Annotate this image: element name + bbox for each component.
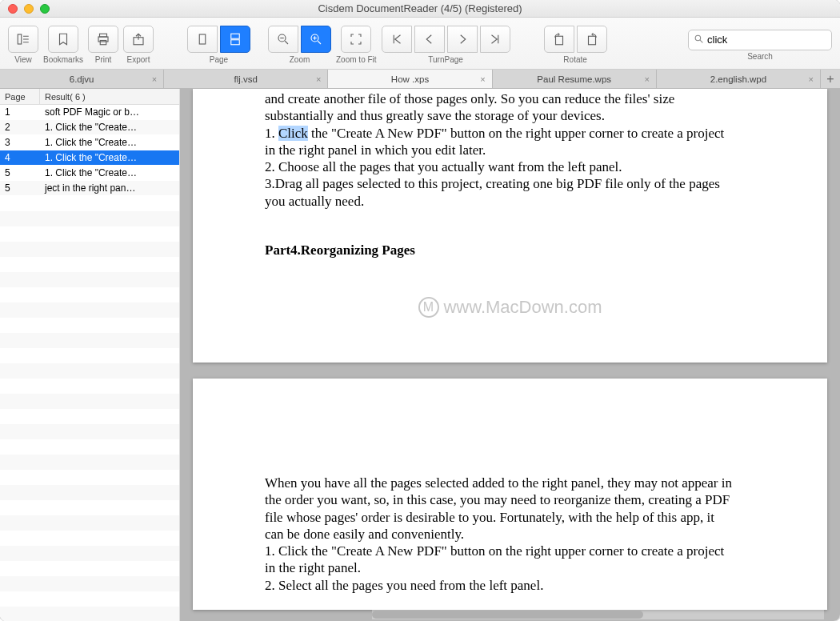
close-icon[interactable]: × xyxy=(480,74,485,84)
doc-text: When you have all the pages selected add… xyxy=(265,475,755,491)
tab-6djvu[interactable]: 6.djvu × xyxy=(0,70,164,88)
svg-point-20 xyxy=(695,35,701,41)
svg-rect-8 xyxy=(199,34,206,44)
tab-2english[interactable]: 2.english.wpd × xyxy=(657,70,821,88)
rotate-left-button[interactable] xyxy=(544,26,574,53)
close-icon[interactable]: × xyxy=(152,74,157,84)
close-icon[interactable]: × xyxy=(809,74,814,84)
document-page: When you have all the pages selected add… xyxy=(193,379,827,610)
horizontal-scrollbar[interactable] xyxy=(372,610,824,619)
first-page-button[interactable] xyxy=(382,26,412,53)
minimize-window-button[interactable] xyxy=(24,4,34,14)
result-row[interactable]: 1 soft PDF Magic or b… xyxy=(0,105,179,120)
svg-rect-9 xyxy=(231,34,240,38)
window-title: Cisdem DocumentReader (4/5) (Registered) xyxy=(0,2,840,14)
zoom-window-button[interactable] xyxy=(40,4,50,14)
document-viewport[interactable]: and create another file of those pages o… xyxy=(180,89,840,621)
zoom-to-fit-label: Zoom to Fit xyxy=(336,55,377,64)
zoom-to-fit-button[interactable] xyxy=(341,26,371,53)
svg-rect-19 xyxy=(588,36,595,45)
rotate-label: Rotate xyxy=(563,55,586,64)
print-label: Print xyxy=(95,55,112,64)
tab-label: 6.djvu xyxy=(70,74,94,84)
doc-text: the order you want, so, in this case, yo… xyxy=(265,491,755,508)
tab-paulresume[interactable]: Paul Resume.wps × xyxy=(493,70,657,88)
search-field[interactable]: ✕ xyxy=(688,30,832,50)
doc-text: in the right panel in which you edit lat… xyxy=(265,142,755,158)
search-highlight: Click xyxy=(278,126,308,141)
doc-text: file whose pages' order is desirable to … xyxy=(265,509,755,526)
zoom-in-button[interactable] xyxy=(301,26,331,53)
prev-page-button[interactable] xyxy=(414,26,445,53)
svg-line-21 xyxy=(700,40,702,42)
col-result-header[interactable]: Result( 6 ) xyxy=(40,89,179,104)
doc-text: 1. Click the "Create A New PDF" button o… xyxy=(265,543,755,559)
doc-text: can be done easily and conveniently. xyxy=(265,526,755,543)
tab-fljvsd[interactable]: flj.vsd × xyxy=(164,70,328,88)
doc-text: 3.Drag all pages selected to this projec… xyxy=(265,175,755,192)
svg-line-17 xyxy=(318,41,321,44)
last-page-button[interactable] xyxy=(480,26,510,53)
sidebar-empty-area xyxy=(0,196,179,621)
search-label: Search xyxy=(747,52,773,61)
svg-rect-6 xyxy=(100,41,106,45)
col-page-header[interactable]: Page xyxy=(0,89,40,104)
tab-label: How .xps xyxy=(391,74,429,84)
search-icon xyxy=(694,33,704,47)
doc-heading: Part4.Reorganizing Pages xyxy=(265,242,755,258)
rotate-right-button[interactable] xyxy=(577,26,607,53)
result-row[interactable]: 5 ject in the right pan… xyxy=(0,181,179,196)
scrollbar-thumb[interactable] xyxy=(372,611,643,619)
bookmarks-label: Bookmarks xyxy=(43,55,83,64)
result-row[interactable]: 2 1. Click the "Create… xyxy=(0,120,179,135)
turnpage-label: TurnPage xyxy=(428,55,463,64)
titlebar: Cisdem DocumentReader (4/5) (Registered) xyxy=(0,0,840,18)
page-label: Page xyxy=(210,55,228,64)
print-button[interactable] xyxy=(88,26,118,53)
toolbar: View Bookmarks Print Ex xyxy=(0,18,840,70)
search-results-sidebar: Page Result( 6 ) 1 soft PDF Magic or b… … xyxy=(0,89,180,621)
view-button[interactable] xyxy=(8,26,38,53)
doc-text: and create another file of those pages o… xyxy=(265,90,755,107)
result-row[interactable]: 5 1. Click the "Create… xyxy=(0,166,179,181)
close-icon[interactable]: × xyxy=(316,74,321,84)
next-page-button[interactable] xyxy=(447,26,478,53)
close-icon[interactable]: × xyxy=(644,74,649,84)
doc-text: substantially and thus greatly save the … xyxy=(265,107,755,124)
search-input[interactable] xyxy=(707,34,840,46)
page-single-button[interactable] xyxy=(187,26,218,53)
new-tab-button[interactable]: + xyxy=(821,70,840,88)
tab-label: 2.english.wpd xyxy=(710,74,766,84)
doc-text: you actually need. xyxy=(265,193,755,210)
svg-rect-10 xyxy=(231,40,240,45)
tab-label: flj.vsd xyxy=(234,74,258,84)
tab-howxps[interactable]: How .xps × xyxy=(328,70,492,88)
result-row[interactable]: 4 1. Click the "Create… xyxy=(0,150,179,166)
tab-strip: 6.djvu × flj.vsd × How .xps × Paul Resum… xyxy=(0,70,840,89)
doc-text: 1. Click the "Create A New PDF" button o… xyxy=(265,125,755,142)
view-label: View xyxy=(14,55,32,64)
doc-text: 2. Choose all the pages that you actuall… xyxy=(265,158,755,175)
zoom-out-button[interactable] xyxy=(268,26,298,53)
document-page: and create another file of those pages o… xyxy=(193,89,827,363)
export-label: Export xyxy=(127,55,150,64)
bookmarks-button[interactable] xyxy=(48,26,78,53)
doc-text: 2. Select all the pages you need from th… xyxy=(265,577,755,594)
result-row[interactable]: 3 1. Click the "Create… xyxy=(0,135,179,150)
svg-line-13 xyxy=(285,41,288,44)
export-button[interactable] xyxy=(123,26,154,53)
zoom-label: Zoom xyxy=(290,55,310,64)
close-window-button[interactable] xyxy=(8,4,18,14)
svg-rect-18 xyxy=(555,36,562,45)
page-continuous-button[interactable] xyxy=(220,26,250,53)
svg-rect-0 xyxy=(18,34,22,44)
results-list: 1 soft PDF Magic or b… 2 1. Click the "C… xyxy=(0,105,179,196)
doc-text: in the right panel. xyxy=(265,559,755,576)
tab-label: Paul Resume.wps xyxy=(537,74,611,84)
